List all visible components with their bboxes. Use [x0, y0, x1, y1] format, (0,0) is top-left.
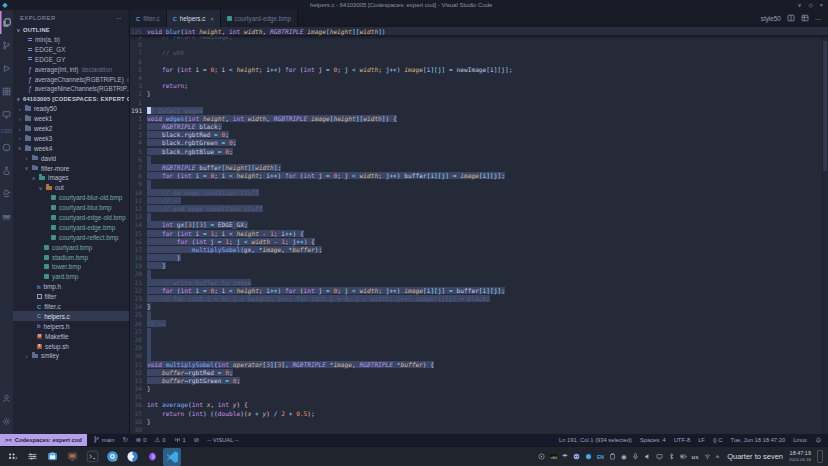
line-number[interactable]: 36 [130, 401, 147, 409]
datetime[interactable]: Tue, Jun 18 18:47:20 [731, 437, 786, 443]
github-icon[interactable] [0, 136, 13, 159]
outline-item[interactable]: ƒaverageNineChannels(RGBTRIP... [13, 84, 129, 94]
problems[interactable]: ⊗0 [136, 436, 147, 444]
line-number[interactable]: 19 [130, 262, 147, 270]
feedback[interactable]: ⊘ [194, 436, 199, 444]
split-editor-icon[interactable] [787, 14, 795, 23]
duck-icon[interactable] [0, 182, 13, 205]
code-line[interactable]: 10····// do edge condition stuff [130, 189, 828, 197]
minimize-button[interactable]: ∨ [798, 2, 802, 8]
code-line[interactable]: 6 [130, 156, 828, 164]
code-line[interactable]: 24} [130, 303, 828, 311]
line-number[interactable]: 27 [130, 328, 147, 336]
line-number[interactable]: 35 [130, 393, 147, 401]
tree-item[interactable]: ›ready50 [13, 104, 129, 114]
close-button[interactable]: × [820, 2, 823, 8]
outline-section-header[interactable]: ∨ OUTLINE [13, 25, 129, 35]
code-line[interactable]: 13 [130, 213, 828, 221]
line-number[interactable]: 3 [130, 131, 147, 139]
docker-icon[interactable] [0, 205, 13, 228]
account-icon[interactable] [0, 387, 13, 410]
code-line[interactable]: 3····black.rgbtRed = 0; [130, 131, 828, 139]
line-number[interactable]: 30 [130, 352, 147, 360]
line-number[interactable]: 13 [130, 213, 147, 221]
line-number[interactable]: 5 [130, 66, 147, 74]
tree-item[interactable]: courtyard-edge-old.bmp [13, 213, 129, 223]
status-dot-tray-icon[interactable] [585, 453, 592, 460]
remote-indicator[interactable]: >< Codespaces: expert cod [0, 434, 87, 446]
branch[interactable]: main [93, 436, 115, 444]
tree-item[interactable]: ›david [13, 153, 129, 163]
code-line[interactable]: 7 // uhh [130, 49, 828, 57]
clipboard-tray-icon[interactable] [609, 453, 616, 460]
sticky-scroll-line[interactable]: 125void blur(int height, int width, RGBT… [130, 27, 828, 36]
code-line[interactable]: 8····for (int i = 0; i < height; i++) fo… [130, 172, 828, 180]
line-number[interactable]: 34 [130, 385, 147, 393]
outline-item[interactable]: ƒaverage(int, int)declaration [13, 64, 129, 74]
panel-settings-taskbar-icon[interactable] [23, 448, 41, 466]
tree-item[interactable]: ›smiley [13, 351, 129, 361]
line-number[interactable]: 15 [130, 230, 147, 238]
code-line[interactable]: 4 [130, 74, 828, 82]
line-number[interactable]: 24 [130, 303, 147, 311]
code-line[interactable]: 28 [130, 336, 828, 344]
code-area[interactable]: 9 // return newImage;87 // uhh65 for (in… [130, 36, 828, 434]
style50-button[interactable]: style50 [761, 15, 781, 22]
close-icon[interactable]: × [210, 16, 213, 22]
eol[interactable]: LF [698, 437, 705, 443]
code-line[interactable]: 18········} [130, 254, 828, 262]
line-number[interactable]: 8 [130, 41, 147, 49]
app-launcher-taskbar-icon[interactable] [3, 448, 21, 466]
code-line[interactable]: 11····// —— [130, 197, 828, 205]
line-number[interactable]: 5 [130, 148, 147, 156]
line-number[interactable]: 11 [130, 197, 147, 205]
bluetooth-tray-icon[interactable] [668, 453, 675, 460]
tree-item[interactable]: hbmp.h [13, 282, 129, 292]
tree-item[interactable]: courtyard-blur-old.bmp [13, 193, 129, 203]
tree-item[interactable]: tower.bmp [13, 262, 129, 272]
code-line[interactable]: 38} [130, 418, 828, 426]
outline-item[interactable]: EDGE_GY [13, 55, 129, 65]
more-actions-icon[interactable]: ⋯ [116, 15, 122, 21]
remote-explorer-icon[interactable] [0, 103, 13, 126]
code-line[interactable]: 5····black.rgbtBlue = 0; [130, 148, 828, 156]
extensions-icon[interactable] [0, 80, 13, 103]
code-line[interactable]: 32····buffer→rgbtRed = 0; [130, 369, 828, 377]
code-line[interactable]: 12····// end edge condition stuff [130, 205, 828, 213]
line-number[interactable]: 3 [130, 82, 147, 90]
code-line[interactable]: 9 [130, 180, 828, 188]
code-line[interactable]: 25 [130, 311, 828, 319]
code-line[interactable]: 31void multiplySobel(int operator[3][3],… [130, 361, 828, 369]
chromium-taskbar-icon[interactable] [103, 448, 121, 466]
tab-helpers.c[interactable]: Chelpers.c× [167, 10, 221, 27]
line-number[interactable]: 7 [130, 164, 147, 172]
sync[interactable]: ↻ [122, 436, 127, 444]
code-line[interactable]: 15····for (int i = 1; i < height - 1; i+… [130, 230, 828, 238]
code-line[interactable]: 26// —— [130, 320, 828, 328]
code-line[interactable]: 2} [130, 90, 828, 98]
outline-item[interactable]: EDGE_GX [13, 45, 129, 55]
vscode-taskbar-icon[interactable] [163, 448, 181, 466]
tree-item[interactable]: courtyard-blur.bmp [13, 203, 129, 213]
line-number[interactable]: 4 [130, 139, 147, 147]
tree-item[interactable]: courtyard-edge.bmp [13, 222, 129, 232]
lang-en-tray-icon[interactable]: EN [597, 454, 604, 460]
weather-tray-icon[interactable]: ☂ [562, 453, 568, 461]
software-store-taskbar-icon[interactable] [43, 448, 61, 466]
line-number[interactable]: 21 [130, 279, 147, 287]
code-line[interactable]: 23····// for (int i = 0; i < height; i++… [130, 295, 828, 303]
line-number[interactable]: 17 [130, 246, 147, 254]
line-number[interactable]: 12 [130, 205, 147, 213]
terminal-taskbar-icon[interactable] [83, 448, 101, 466]
code-line[interactable]: 33····buffer→rgbtGreen = 0; [130, 377, 828, 385]
tab-filter.c[interactable]: Cfilter.c [130, 10, 167, 27]
code-line[interactable]: 5 for (int i = 0; i < height; i++) for (… [130, 66, 828, 74]
settings-icon[interactable] [0, 410, 13, 433]
tree-item[interactable]: hhelpers.h [13, 321, 129, 331]
line-number[interactable]: 2 [130, 123, 147, 131]
tree-item[interactable]: ›week1 [13, 114, 129, 124]
code-line[interactable]: 27 [130, 328, 828, 336]
code-line[interactable]: 4····black.rgbtGreen = 0; [130, 139, 828, 147]
ports[interactable]: 1 [174, 436, 186, 444]
more-actions-icon[interactable]: ⋯ [815, 15, 821, 22]
